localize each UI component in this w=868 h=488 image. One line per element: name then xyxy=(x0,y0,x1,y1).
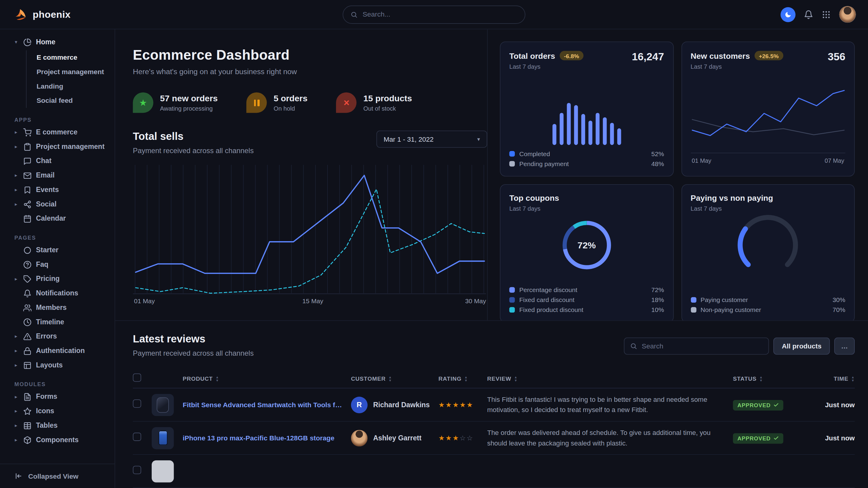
bell-icon xyxy=(804,10,813,19)
mail-icon xyxy=(23,171,32,180)
reviews-search-input[interactable] xyxy=(642,342,763,350)
profile-avatar[interactable] xyxy=(839,6,856,23)
sidebar-item-authentication[interactable]: ▸Authentication xyxy=(0,344,115,358)
sidebar-item-tables[interactable]: ▸Tables xyxy=(0,418,115,433)
more-options-button[interactable]: … xyxy=(834,337,855,355)
sidebar-item-pricing[interactable]: ▸Pricing xyxy=(0,271,115,286)
latest-reviews-section: Latest reviews Payment received across a… xyxy=(115,321,868,488)
sidebar-item-components[interactable]: ▸Components xyxy=(0,432,115,447)
all-products-button[interactable]: All products xyxy=(774,337,830,355)
sidebar-item-notifications[interactable]: Notifications xyxy=(0,286,115,300)
row-checkbox[interactable] xyxy=(133,399,142,408)
donut-center-label: 72% xyxy=(558,217,616,274)
sidebar-subitem-landing[interactable]: Landing xyxy=(27,79,115,93)
sidebar-item-email[interactable]: ▸Email xyxy=(0,168,115,183)
legend-row-fixed-card-discount: Fixed card discount18% xyxy=(509,297,664,303)
legend-row-paying-customer: Paying customer30% xyxy=(691,297,845,303)
product-thumbnail-watch xyxy=(152,394,174,416)
search-icon xyxy=(350,11,358,18)
legend-label: Percentage discount xyxy=(519,287,577,293)
theme-toggle-button[interactable] xyxy=(780,7,796,22)
page-title: Ecommerce Dashboard xyxy=(133,47,487,63)
sidebar-item-events[interactable]: ▸Events xyxy=(0,183,115,197)
bar xyxy=(617,128,621,145)
total-orders-legend: Completed52%Pending payment48% xyxy=(509,151,664,167)
sidebar-subitem-e-commerce[interactable]: E commerce xyxy=(27,50,115,65)
global-search[interactable] xyxy=(343,5,525,24)
sidebar-item-social[interactable]: ▸Social xyxy=(0,197,115,211)
sidebar-item-members[interactable]: Members xyxy=(0,300,115,315)
sidebar-sections: APPS▸E commerce▸Project managementChat▸E… xyxy=(0,117,115,447)
circle-icon xyxy=(23,246,32,254)
legend-label: Fixed product discount xyxy=(519,306,583,313)
column-status[interactable]: STATUS xyxy=(733,375,805,382)
sidebar-item-forms[interactable]: ▸Forms xyxy=(0,389,115,404)
brand-logo-link[interactable]: phoenix xyxy=(13,7,70,22)
caret-right-icon: ▸ xyxy=(13,394,19,399)
clock-icon xyxy=(23,318,32,326)
dashboard-left-column: Ecommerce Dashboard Here's what's going … xyxy=(115,29,487,320)
caret-right-icon: ▸ xyxy=(13,409,19,414)
sidebar-item-chat[interactable]: Chat xyxy=(0,154,115,168)
sidebar-item-label: Authentication xyxy=(36,347,85,355)
sidebar-item-timeline[interactable]: Timeline xyxy=(0,315,115,329)
sort-icon xyxy=(389,375,392,382)
sidebar-item-errors[interactable]: ▸Errors xyxy=(0,329,115,344)
column-product[interactable]: PRODUCT xyxy=(183,375,351,382)
legend-swatch xyxy=(691,297,696,303)
sidebar-item-faq[interactable]: Faq xyxy=(0,257,115,272)
sidebar-item-calendar[interactable]: Calendar xyxy=(0,211,115,226)
sidebar-item-home[interactable]: ▾ Home xyxy=(0,35,115,50)
sidebar-subitem-social-feed[interactable]: Social feed xyxy=(27,93,115,108)
x-end-label: 07 May xyxy=(825,157,844,167)
pause-icon xyxy=(254,99,259,106)
phoenix-logo-icon xyxy=(13,7,28,22)
reviews-search[interactable] xyxy=(624,337,769,355)
collapsed-view-button[interactable]: Collapsed View xyxy=(0,464,115,488)
users-icon xyxy=(23,303,32,312)
sort-icon xyxy=(851,375,855,382)
sidebar-item-label: Layouts xyxy=(36,361,63,369)
customer-avatar xyxy=(351,429,368,446)
sidebar-item-e-commerce[interactable]: ▸E commerce xyxy=(0,125,115,139)
sidebar-item-project-management[interactable]: ▸Project management xyxy=(0,139,115,154)
caret-right-icon: ▸ xyxy=(13,334,19,339)
date-range-select[interactable]: Mar 1 - 31, 2022 ▾ xyxy=(376,131,487,148)
status-badge: APPROVED xyxy=(733,433,783,444)
select-all-checkbox[interactable] xyxy=(133,373,142,382)
global-search-input[interactable] xyxy=(363,10,518,19)
section-label-modules: MODULES xyxy=(14,381,115,387)
sidebar-item-layouts[interactable]: ▸Layouts xyxy=(0,358,115,372)
card-period: Last 7 days xyxy=(509,63,584,70)
row-checkbox[interactable] xyxy=(133,432,142,441)
sidebar-item-icons[interactable]: ▸Icons xyxy=(0,404,115,418)
new-customers-x-axis: 01 May 07 May xyxy=(691,153,845,167)
legend-label: Fixed card discount xyxy=(519,297,575,303)
chevron-down-icon: ▾ xyxy=(477,136,480,142)
top-coupons-donut-chart: 72% xyxy=(558,217,616,274)
stat-caption: On hold xyxy=(274,105,307,112)
row-checkbox[interactable] xyxy=(133,466,142,474)
card-period: Last 7 days xyxy=(691,63,783,70)
column-customer[interactable]: CUSTOMER xyxy=(351,375,438,382)
paying-legend: Paying customer30%Non-paying customer70% xyxy=(691,297,845,313)
product-link[interactable]: Fitbit Sense Advanced Smartwatch with To… xyxy=(183,401,351,409)
sidebar-item-label: E commerce xyxy=(36,128,77,136)
sidebar-subitem-project-management[interactable]: Project management xyxy=(27,65,115,79)
product-thumbnail-laptop xyxy=(152,460,174,482)
legend-value: 10% xyxy=(651,306,664,313)
column-rating[interactable]: RATING xyxy=(438,375,487,382)
column-time[interactable]: TIME xyxy=(805,375,855,382)
apps-menu-button[interactable] xyxy=(822,10,831,19)
sidebar-item-starter[interactable]: Starter xyxy=(0,243,115,257)
notifications-button[interactable] xyxy=(804,10,813,19)
sidebar-item-label: Home xyxy=(36,38,55,46)
page-subtitle: Here's what's going on at your business … xyxy=(133,67,487,76)
product-link[interactable]: iPhone 13 pro max-Pacific Blue-128GB sto… xyxy=(183,434,351,442)
column-review[interactable]: REVIEW xyxy=(487,375,733,382)
reviews-table: PRODUCT CUSTOMER RATING REVIEW STATUS TI… xyxy=(133,369,855,488)
new-customers-badge: +26.5% xyxy=(754,51,783,60)
bar xyxy=(596,113,599,145)
paying-vs-non-paying-card: Paying vs non paying Last 7 days Paying … xyxy=(681,184,855,321)
card-title: Top coupons xyxy=(509,194,559,202)
